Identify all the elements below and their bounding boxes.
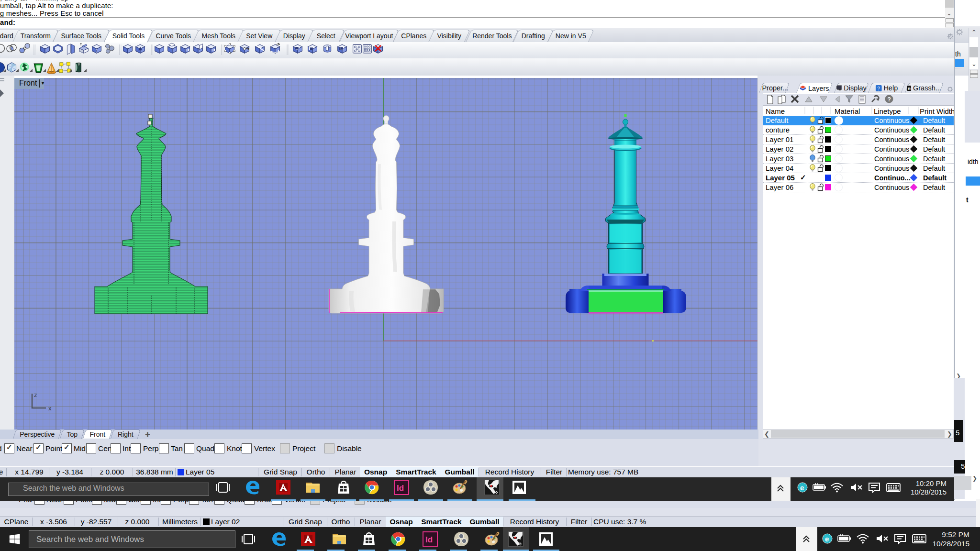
svg-text:z: z xyxy=(34,391,37,398)
svg-text:?: ? xyxy=(877,86,880,91)
svg-text:RCP: RCP xyxy=(908,86,911,90)
svg-text:?: ? xyxy=(888,96,891,103)
svg-text:x: x xyxy=(48,405,52,412)
